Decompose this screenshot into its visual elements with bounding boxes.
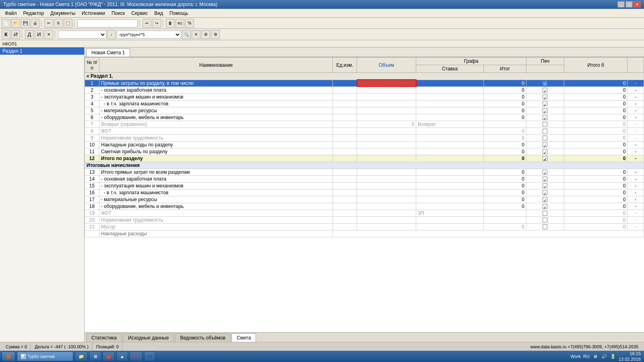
table-row[interactable]: 19 ФОТ ЗП 0 - — [85, 210, 644, 216]
taskbar-app-turbosmet[interactable]: 📊 Турбо сметник — [17, 352, 73, 361]
cell-check[interactable] — [526, 100, 564, 107]
taskbar-app-explorer[interactable]: 📁 — [75, 352, 88, 361]
cell-check[interactable] — [526, 121, 564, 128]
open-button[interactable]: 📂 — [11, 19, 20, 28]
taskbar-app-1c[interactable]: 1С — [130, 352, 142, 361]
tab-novaya-smeta[interactable]: Новая Смета 1 — [86, 48, 130, 57]
table-row[interactable]: 11 Сметная прибыль по разделу 0 0 - — [85, 148, 644, 155]
cell-check[interactable] — [526, 80, 564, 86]
cell-check[interactable] — [526, 196, 564, 203]
checkbox[interactable] — [543, 142, 547, 147]
table-row[interactable]: 21 Мусор 0 0 - — [85, 223, 644, 230]
table-row[interactable]: 16 - в т.ч. зарплата машинистов 0 0 - — [85, 189, 644, 196]
taskbar-app-word[interactable]: W — [144, 352, 155, 361]
tb-btn-del[interactable]: 🗑 — [166, 19, 175, 28]
table-row[interactable]: 13 Итого прямых затрат по всем разделам … — [85, 169, 644, 175]
new-button[interactable]: 📄 — [2, 19, 10, 28]
cell-check[interactable] — [526, 107, 564, 114]
table-row[interactable]: 3 - эксплуатация машин и механизмов 0 0 … — [85, 93, 644, 100]
checkbox[interactable] — [543, 197, 547, 202]
table-row[interactable]: 2 - основная заработная плата 0 0 - — [85, 86, 644, 93]
table-row[interactable]: 12 Итого по разделу 0 0 - — [85, 155, 644, 162]
tb2-btn-clear[interactable]: ✕ — [192, 30, 200, 39]
checkbox[interactable] — [543, 211, 547, 216]
tb2-btn-tools1[interactable]: ⚙ — [201, 30, 210, 39]
menu-file[interactable]: Файл — [2, 10, 20, 17]
table-row[interactable]: 15 - эксплуатация машин и механизмов 0 0… — [85, 182, 644, 189]
tb2-btn-tools2[interactable]: ⚙ — [211, 30, 220, 39]
table-row[interactable]: 10 Накладные расходы по разделу 0 0 - — [85, 141, 644, 148]
cell-check[interactable] — [526, 223, 564, 230]
menu-service[interactable]: Сервис — [128, 10, 151, 17]
tb2-btn-i2[interactable]: И — [35, 30, 43, 39]
checkbox[interactable] — [543, 122, 547, 127]
cell-check[interactable] — [526, 155, 564, 162]
table-row[interactable]: 7 Возврат (справочно) 0 Возврат 0 - — [85, 121, 644, 128]
tb2-btn-d[interactable]: Д — [25, 30, 34, 39]
tab-vedomost[interactable]: Ведомость объёмов — [175, 333, 231, 342]
copy-button[interactable]: ⎘ — [54, 19, 63, 28]
tb-btn-f2[interactable]: Ф2 — [175, 19, 184, 28]
checkbox[interactable] — [543, 129, 547, 134]
cell-check[interactable] — [526, 141, 564, 148]
table-row[interactable]: Накладные расходы — [85, 230, 644, 237]
table-row[interactable]: 4 - в т.ч. зарплата машинистов 0 0 - — [85, 100, 644, 107]
undo-button[interactable]: ↩ — [142, 19, 151, 28]
table-row[interactable]: 9 Нормативная трудоёмкость 0 0 - — [85, 134, 644, 141]
cell-check[interactable] — [526, 210, 564, 216]
tb2-btn-i[interactable]: И — [11, 30, 20, 39]
tab-statistika[interactable]: Статистика — [86, 333, 122, 342]
table-row[interactable]: 14 - основная заработная плата 0 0 - — [85, 175, 644, 182]
close-button[interactable]: ✕ — [634, 1, 641, 8]
cell-check[interactable] — [526, 128, 564, 134]
checkbox[interactable] — [543, 224, 547, 229]
tree-item-razdel1[interactable]: Раздел 1 — [0, 47, 84, 55]
minimize-button[interactable]: _ — [617, 1, 625, 8]
style-dropdown[interactable] — [58, 31, 106, 39]
checkbox[interactable] — [543, 101, 547, 106]
tb-btn-percent[interactable]: % — [185, 19, 194, 28]
checkbox[interactable] — [543, 88, 547, 93]
cell-check[interactable] — [526, 93, 564, 100]
table-row[interactable]: 1 Прямые затраты по разделу, в том числе… — [85, 80, 644, 86]
checkbox[interactable] — [543, 218, 547, 222]
menu-editor[interactable]: Редактор — [20, 10, 47, 17]
cell-check[interactable] — [526, 169, 564, 175]
table-row[interactable]: 18 - оборудование, мебель и инвентарь 0 … — [85, 203, 644, 210]
checkbox[interactable] — [543, 204, 547, 209]
search-input[interactable] — [77, 19, 138, 27]
menu-search[interactable]: Поиск — [108, 10, 128, 17]
cell-check[interactable] — [526, 216, 564, 223]
start-button[interactable]: ⊞ — [2, 352, 15, 361]
checkbox[interactable] — [543, 108, 547, 113]
cell-check[interactable] — [526, 148, 564, 155]
cell-check[interactable] — [526, 203, 564, 210]
menu-help[interactable]: Помощь — [166, 10, 191, 17]
tab-ishodnie[interactable]: Исходные данные — [123, 333, 174, 342]
checkbox[interactable] — [543, 149, 547, 154]
table-row[interactable]: 6 - оборудование, мебель и инвентарь 0 0… — [85, 114, 644, 121]
tb2-btn-x[interactable]: ✕ — [44, 30, 53, 39]
table-row[interactable]: 8 ФОТ 0 0 - — [85, 128, 644, 134]
table-row[interactable]: 20 Нормативная трудоёмкость 0 - — [85, 216, 644, 223]
checkbox[interactable] — [543, 81, 547, 86]
cell-check[interactable] — [526, 189, 564, 196]
cell-check[interactable] — [526, 175, 564, 182]
grid-container[interactable]: № п/п Наименование Ед.изм. Объем Графа П… — [85, 57, 644, 332]
tb2-btn-k[interactable]: К — [2, 30, 10, 39]
checkbox[interactable] — [543, 156, 547, 161]
tb2-btn-filter[interactable]: 🔍 — [182, 30, 191, 39]
taskbar-app-4[interactable]: ▲ — [116, 352, 128, 361]
table-row[interactable]: 5 - материальные ресурсы 0 0 - — [85, 107, 644, 114]
menu-documents[interactable]: Документы — [47, 10, 78, 17]
paste-button[interactable]: 📋 — [64, 19, 72, 28]
taskbar-app-3[interactable]: 🖥 — [89, 352, 101, 361]
cell-check[interactable] — [526, 134, 564, 141]
filter-dropdown[interactable]: груп*грунт*5 — [117, 31, 181, 39]
tab-smeta[interactable]: Смета — [231, 333, 256, 342]
checkbox[interactable] — [543, 177, 547, 181]
cut-button[interactable]: ✂ — [44, 19, 53, 28]
maximize-button[interactable]: □ — [625, 1, 633, 8]
checkbox[interactable] — [543, 183, 547, 188]
checkbox[interactable] — [543, 136, 547, 140]
